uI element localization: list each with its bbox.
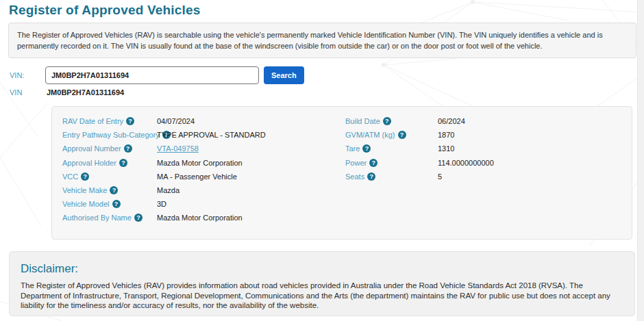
- field-label: GVM/ATM (kg): [345, 131, 395, 139]
- search-button[interactable]: Search: [264, 66, 304, 84]
- field-value: 5: [438, 172, 442, 181]
- field-seats: Seats ? 5: [345, 170, 623, 183]
- field-value: 114.0000000000: [438, 159, 494, 167]
- intro-infobox: The Register of Approved Vehicles (RAV) …: [8, 23, 636, 58]
- intro-text: The Register of Approved Vehicles (RAV) …: [17, 31, 603, 50]
- help-icon[interactable]: ?: [124, 144, 132, 153]
- field-value: TYPE APPROVAL - STANDARD: [157, 131, 266, 139]
- field-vehicle-make: Vehicle Make ? Mazda: [62, 183, 342, 197]
- details-column-right: Build Date ? 06/2024 GVM/ATM (kg) ? 1870…: [345, 114, 623, 183]
- help-icon[interactable]: ?: [81, 172, 89, 181]
- field-approval-holder: Approval Holder ? Mazda Motor Corporatio…: [62, 156, 342, 170]
- field-value: MA - Passenger Vehicle: [157, 172, 237, 181]
- disclaimer-text: The Register of Approved Vehicles (RAV) …: [21, 281, 623, 311]
- help-icon[interactable]: ?: [134, 214, 143, 222]
- rav-search-page: Register of Approved Vehicles The Regist…: [0, 0, 644, 321]
- help-icon[interactable]: ?: [383, 117, 391, 125]
- field-authorised-by-name: Authorised By Name ? Mazda Motor Corpora…: [62, 211, 342, 224]
- vin-result-label: VIN: [10, 88, 22, 97]
- help-icon[interactable]: ?: [369, 159, 377, 167]
- field-label: Power: [345, 159, 367, 167]
- field-value: 1310: [438, 144, 454, 153]
- field-vcc: VCC ? MA - Passenger Vehicle: [62, 170, 342, 183]
- field-label: Build Date: [345, 117, 380, 125]
- field-value: 3D: [157, 200, 166, 208]
- disclaimer-heading: Disclaimer:: [21, 262, 623, 276]
- field-label: Approval Number: [62, 144, 121, 153]
- field-label: VCC: [62, 172, 78, 181]
- details-column-left: RAV Date of Entry ? 04/07/2024 Entry Pat…: [62, 114, 342, 225]
- help-icon[interactable]: ?: [398, 131, 406, 139]
- field-approval-number: Approval Number ? VTA-049758: [62, 142, 342, 155]
- field-value: Mazda Motor Corporation: [157, 159, 243, 167]
- field-label: Entry Pathway Sub-Category: [62, 131, 160, 139]
- page-right-gutter: [637, 0, 644, 321]
- vin-search-label: VIN:: [10, 71, 24, 79]
- field-label: Approval Holder: [62, 159, 116, 167]
- field-rav-date-of-entry: RAV Date of Entry ? 04/07/2024: [62, 114, 342, 128]
- help-icon[interactable]: ?: [112, 200, 121, 208]
- field-entry-pathway-sub-category: Entry Pathway Sub-Category ? TYPE APPROV…: [62, 128, 342, 142]
- field-gvm-atm: GVM/ATM (kg) ? 1870: [345, 128, 623, 142]
- field-value: Mazda Motor Corporation: [157, 214, 243, 222]
- field-value: 04/07/2024: [157, 117, 195, 125]
- field-label: Tare: [345, 144, 360, 153]
- help-icon[interactable]: ?: [119, 159, 127, 167]
- vin-search-input[interactable]: [45, 66, 259, 84]
- vehicle-details-panel: RAV Date of Entry ? 04/07/2024 Entry Pat…: [51, 106, 632, 240]
- field-value: Mazda: [157, 186, 179, 194]
- field-label: RAV Date of Entry: [62, 117, 123, 125]
- field-tare: Tare ? 1310: [345, 142, 623, 155]
- approval-number-link[interactable]: VTA-049758: [157, 144, 199, 153]
- page-title: Register of Approved Vehicles: [9, 3, 201, 18]
- field-label: Vehicle Make: [62, 186, 107, 194]
- field-power: Power ? 114.0000000000: [345, 156, 623, 170]
- field-value: 06/2024: [438, 117, 465, 125]
- help-icon[interactable]: ?: [367, 172, 375, 181]
- help-icon[interactable]: ?: [362, 144, 371, 153]
- field-label: Seats: [345, 172, 364, 181]
- field-vehicle-model: Vehicle Model ? 3D: [62, 197, 342, 211]
- field-value: 1870: [438, 131, 454, 139]
- help-icon[interactable]: ?: [110, 186, 118, 194]
- vin-result-value: JM0BP2H7A01311694: [47, 88, 124, 97]
- field-label: Authorised By Name: [62, 214, 132, 222]
- help-icon[interactable]: ?: [126, 117, 134, 125]
- field-build-date: Build Date ? 06/2024: [345, 114, 623, 128]
- disclaimer-section: Disclaimer: The Register of Approved Veh…: [9, 251, 635, 316]
- field-label: Vehicle Model: [62, 200, 110, 208]
